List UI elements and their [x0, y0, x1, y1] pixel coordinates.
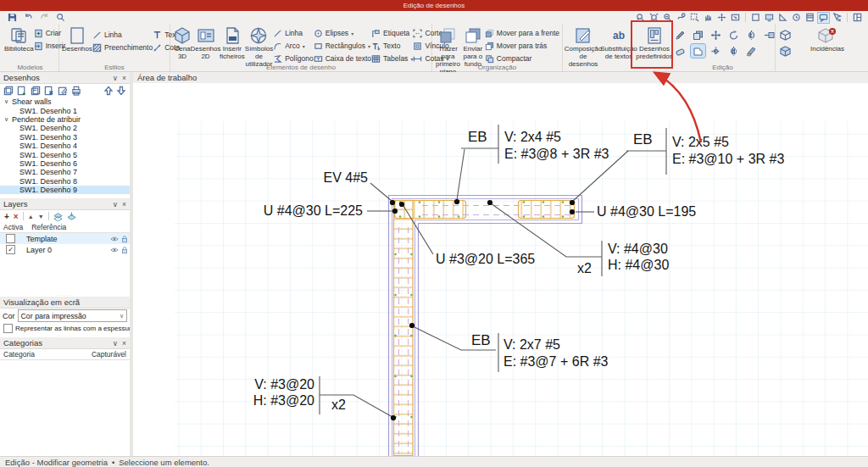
tree-item[interactable]: SW1. Desenho 4	[0, 142, 130, 150]
poligono-button[interactable]: Polígono	[273, 53, 314, 64]
sheet-toggle-icon[interactable]	[804, 13, 815, 23]
lock-icon[interactable]	[120, 235, 130, 243]
redo-icon[interactable]	[39, 13, 50, 23]
window-layout-icon[interactable]	[852, 13, 863, 23]
tree-item[interactable]: SW1. Desenho 2	[0, 124, 130, 132]
tree-item[interactable]: SW1. Desenho 7	[0, 168, 130, 176]
workspace-tab[interactable]: Área de trabalho	[137, 73, 197, 82]
tree-item[interactable]: SW1. Desenho 8	[0, 177, 130, 186]
move-tool-icon[interactable]	[709, 28, 723, 42]
link-node-tool-icon[interactable]	[762, 28, 776, 42]
layer-row-layer0[interactable]: ✓ Layer 0	[0, 244, 130, 255]
monitor-toggle-icon[interactable]	[764, 13, 775, 23]
center-tool-icon[interactable]	[709, 44, 723, 58]
cena-3d-button[interactable]: Cena 3D	[173, 25, 192, 61]
comment-toggle-icon[interactable]	[818, 13, 829, 23]
dropdown-arrow-icon[interactable]: ▾	[351, 31, 353, 36]
copy-tool-icon[interactable]	[691, 28, 705, 42]
mover-frente-button[interactable]: Mover para a frente	[485, 27, 559, 39]
chevron-down-icon[interactable]: ∨	[4, 98, 12, 105]
desenhos-2d-button[interactable]: Desenhos 2D	[192, 25, 220, 61]
enviar-para-fundo-button[interactable]: Enviar para o fundo	[461, 25, 485, 69]
delete-drawing-icon[interactable]	[44, 86, 54, 96]
add-layer-icon[interactable]: +	[4, 212, 9, 221]
simbolos-utilizador-button[interactable]: Símbolos de utilizador	[245, 25, 273, 69]
tree-item[interactable]: SW1. Desenho 5	[0, 150, 130, 158]
arco-button[interactable]: Arco▾	[273, 40, 314, 52]
zoom-search-icon[interactable]	[55, 13, 66, 23]
estilo-preenchimento-button[interactable]: Preenchimento	[92, 42, 153, 53]
eraser-tool-icon[interactable]	[673, 44, 687, 58]
merge-visible-icon[interactable]	[53, 212, 63, 221]
mirror-v-tool-icon[interactable]	[744, 28, 759, 42]
inserir-ficheiros-button[interactable]: Inserir ficheiros	[220, 25, 245, 61]
layer-row-template[interactable]: Template	[0, 233, 130, 244]
dropdown-arrow-icon[interactable]: ▾	[303, 43, 305, 49]
panel-collapse-icon[interactable]: ∨	[113, 200, 118, 208]
elipses-button[interactable]: Elipses▾	[314, 27, 371, 39]
tree-item-selected[interactable]: SW1. Desenho 9	[0, 186, 130, 194]
wire-cube-icon[interactable]	[778, 28, 793, 42]
rotate-tool-icon[interactable]	[726, 28, 741, 42]
compactar-button[interactable]: Compactar	[485, 53, 559, 64]
fit-screen-icon[interactable]	[730, 13, 741, 23]
clock-toggle-icon[interactable]	[791, 13, 802, 23]
frame-toggle-icon[interactable]	[750, 13, 761, 23]
send-to-layer-icon[interactable]	[67, 212, 76, 221]
edit-drawing-icon[interactable]	[58, 86, 68, 96]
panel-close-icon[interactable]: ×	[122, 74, 126, 82]
dropdown-arrow-icon[interactable]: ▾	[368, 43, 370, 49]
print-drawing-icon[interactable]	[71, 86, 81, 96]
layer-active-checkbox[interactable]: ✓	[6, 245, 15, 254]
paint-tool-icon[interactable]	[744, 44, 759, 58]
delete-layer-icon[interactable]: ×	[14, 212, 19, 221]
linha-button[interactable]: Linha	[273, 27, 314, 39]
orbit-view-icon[interactable]	[716, 13, 727, 23]
solid-cube-icon[interactable]	[778, 44, 793, 58]
etiqueta-button[interactable]: Etiqueta	[371, 27, 413, 39]
move-up-icon[interactable]	[103, 86, 114, 96]
save-icon[interactable]	[7, 13, 18, 23]
pencil-tool-icon[interactable]	[673, 28, 687, 42]
move-down-icon[interactable]	[116, 86, 126, 96]
tree-item[interactable]: SW1. Desenho 1	[0, 106, 130, 114]
biblioteca-button[interactable]: Biblioteca	[4, 25, 34, 53]
mirror-h-tool-icon[interactable]	[726, 44, 741, 58]
eye-icon[interactable]	[109, 246, 120, 254]
thickness-checkbox[interactable]	[3, 324, 13, 333]
lock-icon[interactable]	[120, 246, 130, 254]
eye-icon[interactable]	[109, 235, 120, 243]
zoom-window-icon[interactable]	[689, 13, 700, 23]
layer-active-checkbox[interactable]	[6, 234, 15, 243]
panel-collapse-icon[interactable]: ∨	[113, 339, 118, 347]
layer-up-icon[interactable]: ▲	[28, 214, 34, 220]
tree-item[interactable]: SW1. Desenho 6	[0, 159, 130, 168]
cursor-x-icon[interactable]	[832, 13, 843, 23]
composicao-desenhos-button[interactable]: Composição de desenhos	[565, 25, 601, 69]
caixa-texto-button[interactable]: Caixa de texto	[314, 53, 371, 64]
new-drawing-icon[interactable]	[3, 86, 14, 96]
chevron-down-icon[interactable]: ∨	[4, 116, 12, 123]
setsquare-toggle-icon[interactable]	[777, 13, 788, 23]
tree-group-shear-walls[interactable]: ∨ Shear walls	[0, 97, 130, 106]
estilo-linha-button[interactable]: Linha	[92, 29, 153, 41]
rectangulos-button[interactable]: Rectângulos▾	[314, 40, 371, 52]
tabelas-button[interactable]: Tabelas▾	[371, 53, 413, 64]
color-select[interactable]: Cor para impressão ∨	[18, 309, 127, 322]
incidencias-button[interactable]: Incidências	[804, 25, 851, 53]
estilo-desenhos-button[interactable]: Desenhos	[62, 25, 92, 53]
layer-down-icon[interactable]: ▼	[38, 214, 44, 220]
add-drawing-icon[interactable]	[17, 86, 27, 96]
mover-tras-button[interactable]: Mover para trás	[485, 40, 559, 52]
thickness-checkbox-row[interactable]: Representar as linhas com a espessura de…	[0, 323, 130, 333]
panel-close-icon[interactable]: ×	[122, 339, 126, 347]
zoom-dynamic-icon[interactable]	[676, 13, 687, 23]
reshape-tool-icon[interactable]	[691, 44, 705, 58]
tree-item[interactable]: SW1. Desenho 3	[0, 133, 130, 142]
tree-group-pendente[interactable]: ∨ Pendente de atribuir	[0, 115, 130, 124]
panel-close-icon[interactable]: ×	[122, 200, 126, 208]
pan-hand-icon[interactable]	[703, 13, 714, 23]
panel-collapse-icon[interactable]: ∨	[113, 74, 118, 82]
texto-button[interactable]: Texto	[371, 40, 413, 52]
undo-icon[interactable]	[23, 13, 34, 23]
